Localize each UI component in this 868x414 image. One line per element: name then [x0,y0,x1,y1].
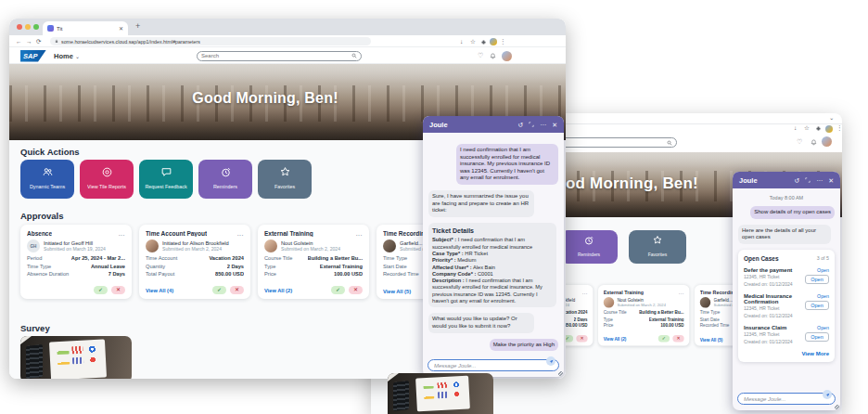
close-window-icon[interactable] [17,24,22,30]
reject-button[interactable]: ✕ [230,286,244,294]
search-bar[interactable] [197,51,362,61]
quick-action-favorites[interactable]: Favorites [258,160,312,199]
browser-tab[interactable]: Tit ✕ [43,21,128,35]
resize-handle[interactable] [558,371,563,376]
browser-menu-icon[interactable]: ⋮ [500,38,506,45]
notifications-bell-icon[interactable] [811,139,817,146]
case-item[interactable]: Medical Insurance Confirmation Open 1234… [744,293,829,318]
reject-button[interactable]: ✕ [576,335,587,342]
user-avatar[interactable] [822,136,832,147]
tab-title: Tit [57,26,116,32]
search-input[interactable] [198,53,351,58]
overflow-icon[interactable]: ⋯ [540,122,546,128]
history-icon[interactable]: ↺ [517,122,523,128]
overflow-icon[interactable]: ... [356,232,363,236]
overflow-icon[interactable]: ... [119,232,125,236]
close-icon[interactable]: ✕ [828,177,834,184]
nav-home[interactable]: Home ⌄ [54,52,80,60]
open-case-button[interactable]: Open [805,332,829,342]
view-all-link[interactable]: View All (2) [604,336,627,341]
quick-action-favorites[interactable]: Favorites [629,230,686,264]
field-label: Start Date [700,317,720,321]
expand-icon[interactable] [805,177,811,183]
ticket-field-label: Case Type* : [432,251,464,256]
favorites-heart-icon[interactable]: ♡ [478,52,483,59]
resize-handle[interactable] [835,405,839,409]
open-case-button[interactable]: Open [805,301,829,310]
survey-photo[interactable] [20,336,132,379]
section-title-approvals: Approvals [20,211,63,221]
quick-action-view-tile-reports[interactable]: View Tile Reports [80,160,134,199]
view-all-link[interactable]: View All (5) [700,338,723,343]
back-icon[interactable]: ← [16,38,22,45]
quick-action-reminders[interactable]: Reminders [198,160,252,199]
approval-card-time-account-payout[interactable]: Time Account Payout... Initiated for Ali… [139,225,250,299]
approve-button[interactable]: ✓ [331,286,345,294]
approve-button[interactable]: ✓ [658,335,670,342]
quick-action-reminders[interactable]: Reminders [560,230,618,264]
reject-button[interactable]: ✕ [349,286,363,294]
address-bar[interactable]: some.horaelcudservices.cloud.sap/app1/in… [50,37,371,45]
send-button[interactable] [823,390,832,399]
notifications-bell-icon[interactable] [490,53,496,59]
user-avatar[interactable] [502,51,512,61]
bookmark-star-icon[interactable]: ☆ [804,124,810,132]
joule-message-input[interactable] [737,393,836,405]
overflow-icon[interactable]: ... [679,291,684,293]
field-label: Time Type [27,264,51,269]
extensions-icon[interactable] [815,125,822,132]
browser-profile-avatar[interactable] [825,125,833,133]
tab-close-icon[interactable]: ✕ [119,25,123,32]
ticket-field-value: Alex Bain [473,265,495,270]
ticket-field-label: Company Code* : [432,271,476,277]
ticket-field-label: Subject* : [432,237,456,242]
joule-conversation: I need confirmation that I am successful… [423,133,564,351]
ticket-field-value: HR Ticket [465,251,488,256]
bookmark-star-icon[interactable]: ☆ [470,38,476,45]
browser-menu-icon[interactable]: ⋮ [836,124,842,132]
approval-card-absence[interactable]: Absence... GH Initiated for Geoff Hill S… [20,225,132,299]
view-all-link[interactable]: View All (5) [383,289,411,294]
download-icon[interactable]: ↓ [794,124,797,131]
minimize-window-icon[interactable] [25,24,31,30]
field-label: Course Title [264,255,292,261]
view-all-link[interactable]: View All (4) [146,288,173,293]
close-icon[interactable]: ✕ [552,122,557,128]
quick-action-request-feedback[interactable]: Request Feedback [139,160,193,199]
case-ref: 12345, HR Ticket [744,331,801,337]
reload-icon[interactable]: ⟳ [36,38,41,45]
forward-icon[interactable]: → [26,38,32,45]
extensions-icon[interactable] [480,39,487,45]
send-button[interactable] [546,356,555,366]
reject-button[interactable]: ✕ [111,286,125,294]
approval-card-external-training[interactable]: External Training... Nout Golstein Submi… [598,285,709,359]
case-item[interactable]: Insurance Claim Open 12345, HR Ticket Cr… [744,325,829,344]
view-more-link[interactable]: View More [744,351,829,356]
reject-button[interactable]: ✕ [672,335,683,342]
overflow-icon[interactable]: ⋯ [816,177,823,184]
view-all-link[interactable]: View All (2) [264,288,292,293]
approve-button[interactable]: ✓ [94,286,108,294]
open-case-button[interactable]: Open [805,275,829,284]
sap-logo[interactable]: SAP [20,50,46,62]
joule-message-input[interactable] [428,359,559,371]
new-tab-button[interactable]: + [135,21,140,31]
field-value: Annual Leave [91,264,125,269]
chevron-down-icon[interactable]: ⌄ [829,114,834,122]
quick-action-dynamic-teams[interactable]: Dynamic Teams [20,160,74,199]
download-icon[interactable]: ↓ [460,38,463,45]
tile-label: View Tile Reports [80,184,134,189]
approve-button[interactable]: ✓ [212,286,226,294]
history-icon[interactable]: ↺ [794,177,799,184]
browser-profile-avatar[interactable] [490,38,497,45]
feedback-icon [160,166,172,178]
ticket-field-label: Priority* : [432,257,456,263]
overflow-icon[interactable]: ... [582,291,588,293]
case-item[interactable]: Defer the payment Open 12345, HR Ticket … [744,267,829,287]
expand-icon[interactable] [529,122,534,127]
maximize-window-icon[interactable] [33,24,39,30]
approval-card-external-training[interactable]: External Training... Nout Golstein Submi… [258,225,369,299]
status-badge: Open [817,267,829,273]
overflow-icon[interactable]: ... [237,232,244,236]
favorites-heart-icon[interactable]: ♡ [797,138,802,146]
